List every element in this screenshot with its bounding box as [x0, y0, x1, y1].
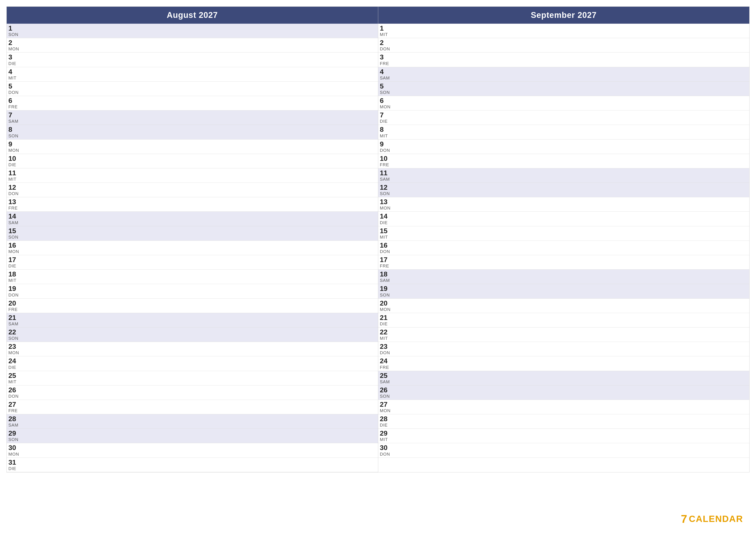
day-name: SAM — [380, 76, 748, 81]
day-number: 21 — [380, 314, 748, 321]
day-row: 2MON — [7, 38, 378, 53]
day-number: 10 — [380, 155, 748, 162]
day-row: 20FRE — [7, 299, 378, 313]
day-row: 16DON — [378, 241, 749, 255]
day-number: 3 — [9, 53, 376, 61]
day-row: 28DIE — [378, 414, 749, 429]
day-number: 5 — [380, 83, 748, 90]
day-number: 9 — [380, 140, 748, 148]
day-name: DON — [380, 46, 748, 51]
day-name: MIT — [380, 437, 748, 442]
day-row: 29MIT — [378, 429, 749, 443]
day-name: MON — [380, 206, 748, 211]
day-row: 19SON — [378, 284, 749, 298]
day-name: FRE — [9, 104, 376, 109]
day-row: 2DON — [378, 38, 749, 53]
day-name: DIE — [9, 264, 376, 268]
day-row: 21DIE — [378, 313, 749, 327]
day-name: MON — [9, 249, 376, 254]
day-number: 8 — [9, 126, 376, 133]
day-name: DIE — [380, 423, 748, 428]
day-number: 24 — [380, 357, 748, 365]
day-name: FRE — [9, 307, 376, 312]
day-number: 13 — [380, 198, 748, 206]
day-number: 8 — [380, 126, 748, 133]
day-row: 25MIT — [7, 371, 378, 385]
day-number: 16 — [9, 242, 376, 249]
day-row: 30MON — [7, 443, 378, 458]
day-row: 30DON — [378, 443, 749, 458]
day-name: DIE — [9, 466, 376, 471]
day-name: FRE — [380, 61, 748, 66]
day-number: 5 — [9, 83, 376, 90]
day-name: DON — [9, 90, 376, 95]
day-name: DON — [380, 452, 748, 457]
day-row: 18SAM — [378, 269, 749, 284]
day-row: 12DON — [7, 183, 378, 197]
day-name: MIT — [380, 336, 748, 341]
day-name: SON — [380, 292, 748, 297]
day-number: 21 — [9, 314, 376, 321]
day-name: FRE — [380, 264, 748, 268]
day-name: SON — [380, 394, 748, 399]
day-number: 3 — [380, 53, 748, 61]
day-number: 7 — [380, 111, 748, 119]
day-row: 24DIE — [7, 356, 378, 371]
day-row: 9MON — [7, 140, 378, 154]
day-name: FRE — [9, 408, 376, 413]
day-name: SAM — [9, 119, 376, 124]
day-name: SON — [380, 191, 748, 196]
day-name: MIT — [380, 134, 748, 139]
day-number: 2 — [9, 39, 376, 46]
day-name: MON — [380, 307, 748, 312]
day-row: 29SON — [7, 429, 378, 443]
day-number: 19 — [380, 285, 748, 292]
day-row: 24FRE — [378, 356, 749, 371]
day-row: 22SON — [7, 327, 378, 342]
day-number: 4 — [9, 68, 376, 76]
day-row: 6FRE — [7, 96, 378, 111]
day-row: 31DIE — [7, 458, 378, 472]
day-row: 6MON — [378, 96, 749, 111]
day-number: 6 — [380, 97, 748, 104]
day-number: 12 — [9, 184, 376, 191]
day-name: SON — [9, 32, 376, 37]
month-header-september-2027: September 2027 — [378, 7, 749, 24]
day-row: 27FRE — [7, 400, 378, 414]
day-row: 17DIE — [7, 255, 378, 269]
day-name: MIT — [9, 278, 376, 283]
day-row: 14DIE — [378, 212, 749, 226]
day-name: MIT — [9, 379, 376, 384]
day-number: 13 — [9, 198, 376, 206]
day-name: SON — [380, 90, 748, 95]
day-number: 17 — [9, 256, 376, 264]
day-number: 2 — [380, 39, 748, 46]
day-number: 16 — [380, 242, 748, 249]
day-row: 16MON — [7, 241, 378, 255]
day-name: MON — [380, 408, 748, 413]
day-row: 19DON — [7, 284, 378, 298]
day-row: 23MON — [7, 342, 378, 356]
day-row: 25SAM — [378, 371, 749, 385]
day-row: 12SON — [378, 183, 749, 197]
day-row: 3FRE — [378, 53, 749, 67]
day-number: 20 — [380, 299, 748, 307]
day-name: SAM — [380, 177, 748, 182]
day-row: 3DIE — [7, 53, 378, 67]
day-number: 7 — [9, 111, 376, 119]
day-row: 13FRE — [7, 197, 378, 212]
day-row: 9DON — [378, 140, 749, 154]
day-name: MIT — [380, 235, 748, 240]
day-name: SON — [9, 437, 376, 442]
day-row: 28SAM — [7, 414, 378, 429]
day-row: 8SON — [7, 125, 378, 139]
day-row: 13MON — [378, 197, 749, 212]
day-row: 10DIE — [7, 154, 378, 168]
day-number: 14 — [380, 213, 748, 220]
day-number: 22 — [9, 328, 376, 336]
day-row: 10FRE — [378, 154, 749, 168]
day-name: DON — [9, 191, 376, 196]
day-number: 19 — [9, 285, 376, 292]
month-column-august-2027: August 20271SON2MON3DIE4MIT5DON6FRE7SAM8… — [7, 7, 378, 472]
day-name: DON — [9, 292, 376, 297]
